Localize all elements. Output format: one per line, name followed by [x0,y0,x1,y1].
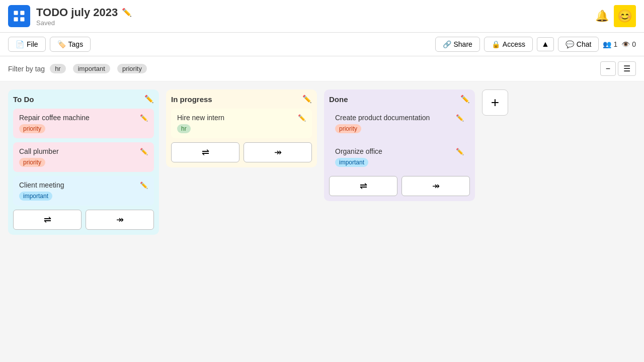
card-client-meeting: Client meeting ✏️ important [13,176,154,206]
card-organize-office-title: Organize office [335,147,382,155]
access-label: Access [503,40,525,48]
tag-icon: 🏷️ [57,40,66,48]
list-view-button[interactable]: ☰ [618,61,636,76]
card-create-product-documentation-edit[interactable]: ✏️ [456,114,464,122]
add-column-button[interactable]: + [482,89,508,116]
done-action1-button[interactable]: ⇌ [329,176,397,196]
card-hire-new-intern-header: Hire new intern ✏️ [177,114,306,122]
share-label: Share [454,40,472,48]
share-button[interactable]: 🔗 Share [435,37,480,52]
column-done: Done ✏️ Create product documentation ✏️ … [324,89,475,201]
card-organize-office-edit[interactable]: ✏️ [456,148,464,155]
file-icon: 📄 [16,40,24,48]
inprogress-action1-button[interactable]: ⇌ [171,142,239,162]
filter-label: Filter by tag [8,65,45,73]
column-inprogress-edit-button[interactable]: ✏️ [302,95,312,104]
todo-action2-button[interactable]: ↠ [86,210,154,230]
title-edit-icon[interactable]: ✏️ [122,8,132,17]
tag-hr[interactable]: hr [50,64,66,73]
svg-rect-1 [20,11,24,15]
column-inprogress-actions: ⇌ ↠ [171,142,312,162]
card-call-plumber-header: Call plumber ✏️ [19,147,148,155]
card-call-plumber: Call plumber ✏️ priority [13,142,154,172]
board: To Do ✏️ Repair coffee machine ✏️ priori… [0,81,644,243]
chat-icon: 💬 [566,40,574,48]
view-count: 👁️ 0 [621,40,636,48]
card-call-plumber-title: Call plumber [19,147,59,155]
column-inprogress-title: In progress [171,95,212,104]
svg-rect-3 [20,17,24,21]
filter-bar: Filter by tag hr important priority − ☰ [0,56,644,81]
card-create-product-documentation-title: Create product documentation [335,114,430,122]
user-count: 👥 1 [603,40,617,48]
card-hire-new-intern: Hire new intern ✏️ hr [171,109,312,138]
column-todo-actions: ⇌ ↠ [13,210,154,230]
card-client-meeting-title: Client meeting [19,181,64,189]
svg-rect-0 [14,11,18,15]
card-repair-coffee-machine: Repair coffee machine ✏️ priority [13,109,154,138]
card-create-product-documentation-header: Create product documentation ✏️ [335,114,464,122]
card-create-product-documentation: Create product documentation ✏️ priority [329,109,470,138]
column-done-edit-button[interactable]: ✏️ [460,95,470,104]
user-count-value: 1 [613,40,617,48]
card-create-product-documentation-tag: priority [335,124,361,133]
saved-status: Saved [36,19,589,27]
inprogress-action2-button[interactable]: ↠ [244,142,312,162]
avatar: 😊 [614,5,636,27]
chat-label: Chat [577,40,592,48]
card-client-meeting-edit[interactable]: ✏️ [140,182,148,189]
app-icon [8,5,30,27]
header: TODO july 2023 ✏️ Saved 🔔 😊 [0,0,644,33]
card-repair-coffee-machine-tag: priority [19,124,45,133]
svg-rect-2 [14,17,18,21]
card-repair-coffee-machine-header: Repair coffee machine ✏️ [19,114,148,122]
eye-icon: 👁️ [621,40,630,48]
toolbar: 📄 File 🏷️ Tags 🔗 Share 🔒 Access ▲ 💬 Chat… [0,33,644,56]
card-hire-new-intern-edit[interactable]: ✏️ [298,114,306,122]
card-repair-coffee-machine-edit[interactable]: ✏️ [140,114,148,122]
card-client-meeting-tag: important [19,192,52,201]
share-icon: 🔗 [443,40,451,48]
done-action2-button[interactable]: ↠ [401,176,470,196]
access-button[interactable]: 🔒 Access [484,37,533,52]
view-toggles: − ☰ [600,61,636,76]
tag-priority[interactable]: priority [117,64,147,73]
toolbar-center: 🔗 Share 🔒 Access [435,37,533,52]
notifications-button[interactable]: 🔔 [595,10,609,23]
view-count-value: 0 [632,40,636,48]
collapse-button[interactable]: ▲ [537,37,554,51]
column-todo-header: To Do ✏️ [13,95,154,104]
column-todo-title: To Do [13,95,34,104]
column-inprogress: In progress ✏️ Hire new intern ✏️ hr ⇌ ↠ [166,89,317,167]
toolbar-right: ▲ 💬 Chat 👥 1 👁️ 0 [537,37,636,52]
users-icon: 👥 [603,40,611,48]
card-organize-office: Organize office ✏️ important [329,142,470,172]
file-label: File [27,40,38,48]
column-done-actions: ⇌ ↠ [329,176,470,196]
zoom-out-button[interactable]: − [600,61,616,76]
column-todo: To Do ✏️ Repair coffee machine ✏️ priori… [8,89,159,235]
file-button[interactable]: 📄 File [8,37,46,52]
card-call-plumber-edit[interactable]: ✏️ [140,148,148,155]
tags-label: Tags [68,40,84,48]
card-client-meeting-header: Client meeting ✏️ [19,181,148,189]
page-title: TODO july 2023 [36,6,118,19]
header-right: 🔔 😊 [595,5,636,27]
card-call-plumber-tag: priority [19,158,45,167]
card-organize-office-header: Organize office ✏️ [335,147,464,155]
toolbar-left: 📄 File 🏷️ Tags [8,37,431,52]
card-repair-coffee-machine-title: Repair coffee machine [19,114,90,122]
column-done-header: Done ✏️ [329,95,470,104]
tags-button[interactable]: 🏷️ Tags [50,37,91,52]
todo-action1-button[interactable]: ⇌ [13,210,82,230]
title-area: TODO july 2023 ✏️ Saved [36,6,589,27]
lock-icon: 🔒 [492,40,500,48]
card-organize-office-tag: important [335,158,368,167]
card-hire-new-intern-tag: hr [177,124,191,133]
tag-important[interactable]: important [73,64,110,73]
chat-button[interactable]: 💬 Chat [558,37,599,52]
column-todo-edit-button[interactable]: ✏️ [144,95,154,104]
column-inprogress-header: In progress ✏️ [171,95,312,104]
card-hire-new-intern-title: Hire new intern [177,114,224,122]
column-done-title: Done [329,95,348,104]
